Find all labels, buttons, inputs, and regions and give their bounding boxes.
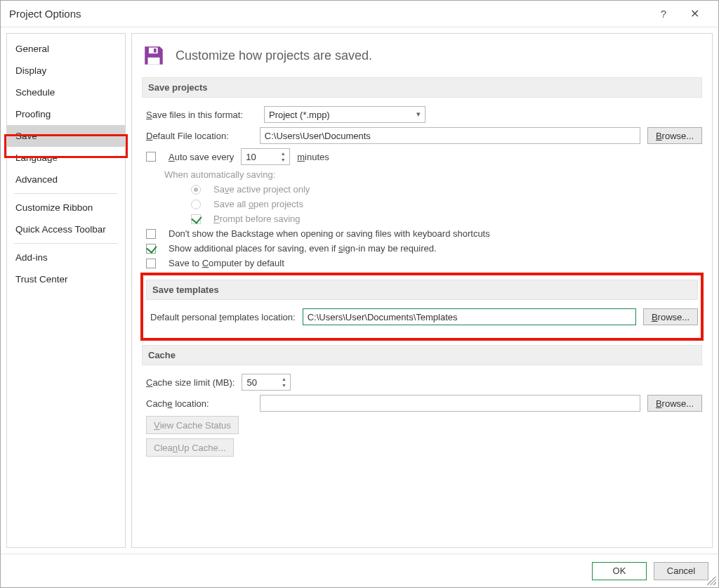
minutes-label: minutes [297, 152, 329, 162]
show-additional-places-label: Show additional places for saving, even … [169, 243, 437, 254]
prompt-before-save-checkbox [191, 214, 201, 224]
save-format-label: Save files in this format: [146, 110, 243, 120]
radio-save-all-open-label: Save all open projects [213, 199, 303, 209]
save-format-value: Project (*.mpp) [269, 110, 330, 120]
autosave-minutes-spin[interactable]: 10 ▲▼ [241, 148, 290, 165]
page-header: Customize how projects are saved. [142, 44, 702, 67]
category-sidebar: General Display Schedule Proofing Save L… [6, 33, 126, 548]
sidebar-item-display[interactable]: Display [7, 60, 125, 81]
save-to-computer-checkbox[interactable] [146, 259, 156, 268]
sidebar-item-general[interactable]: General [7, 38, 125, 60]
radio-save-active-only-label: Save active project only [213, 184, 310, 195]
show-additional-places-checkbox[interactable] [146, 244, 156, 254]
sidebar-item-trust-center[interactable]: Trust Center [7, 268, 125, 290]
svg-rect-2 [154, 48, 157, 53]
radio-save-active-only [191, 185, 201, 195]
section-cache: Cache [142, 345, 702, 365]
sidebar-item-customize-ribbon[interactable]: Customize Ribbon [7, 197, 125, 218]
dialog-footer: OK Cancel [1, 554, 718, 587]
sidebar-item-quick-access-toolbar[interactable]: Quick Access Toolbar [7, 218, 125, 240]
cache-size-label: Cache size limit (MB): [146, 377, 235, 388]
close-icon[interactable]: ✕ [679, 7, 710, 20]
view-cache-status-button: View Cache Status [146, 416, 239, 434]
browse-default-location-button[interactable]: Browse... [647, 127, 702, 144]
browse-templates-button[interactable]: Browse... [643, 308, 698, 325]
sidebar-separator [14, 243, 118, 244]
svg-rect-1 [149, 48, 158, 54]
sidebar-item-addins[interactable]: Add-ins [7, 247, 125, 268]
autosave-label: Auto save every [169, 152, 234, 162]
dont-show-backstage-label: Don't show the Backstage when opening or… [169, 228, 490, 239]
browse-cache-button[interactable]: Browse... [647, 395, 702, 412]
ok-button[interactable]: OK [592, 562, 647, 580]
save-format-combo[interactable]: Project (*.mpp) ▾ [264, 106, 426, 123]
section-save-projects: Save projects [142, 77, 702, 98]
chevron-down-icon: ▾ [416, 110, 421, 119]
page-heading: Customize how projects are saved. [176, 48, 372, 63]
save-floppy-icon [142, 44, 166, 67]
sidebar-item-advanced[interactable]: Advanced [7, 169, 125, 190]
templates-location-label: Default personal templates location: [150, 312, 296, 322]
sidebar-separator [14, 193, 118, 194]
sidebar-item-schedule[interactable]: Schedule [7, 81, 125, 103]
clean-up-cache-button: Clean Up Cache... [146, 438, 234, 457]
help-icon[interactable]: ? [648, 8, 679, 20]
autosave-checkbox[interactable] [146, 152, 156, 162]
svg-rect-0 [148, 58, 160, 65]
spin-buttons-icon[interactable]: ▲▼ [279, 375, 289, 389]
resize-grip-icon[interactable] [706, 575, 716, 585]
options-content: Customize how projects are saved. Save p… [131, 33, 713, 548]
cancel-button[interactable]: Cancel [654, 562, 708, 580]
spin-buttons-icon[interactable]: ▲▼ [278, 150, 288, 164]
cache-size-spin[interactable]: 50 ▲▼ [242, 374, 291, 391]
titlebar: Project Options ? ✕ [1, 1, 718, 27]
options-dialog: Project Options ? ✕ General Display Sche… [0, 0, 719, 588]
when-auto-label: When automatically saving: [164, 169, 275, 180]
save-to-computer-label: Save to Computer by default [169, 258, 284, 268]
prompt-before-save-label: Prompt before saving [213, 214, 301, 224]
radio-save-all-open [191, 200, 201, 209]
templates-location-input[interactable]: C:\Users\User\Documents\Templates [303, 308, 636, 325]
cache-location-label: Cache location: [146, 398, 209, 409]
default-location-input[interactable]: C:\Users\User\Documents [260, 127, 640, 144]
sidebar-item-proofing[interactable]: Proofing [7, 103, 125, 125]
sidebar-item-save[interactable]: Save [7, 125, 125, 147]
cache-location-input[interactable] [260, 395, 640, 412]
dialog-body: General Display Schedule Proofing Save L… [1, 27, 718, 554]
highlight-annotation-templates: Save templates Default personal template… [140, 273, 704, 341]
section-save-templates: Save templates [146, 280, 698, 300]
dialog-title: Project Options [9, 8, 648, 20]
sidebar-item-language[interactable]: Language [7, 147, 125, 169]
default-location-label: Default File location: [146, 131, 229, 141]
dont-show-backstage-checkbox[interactable] [146, 229, 156, 239]
